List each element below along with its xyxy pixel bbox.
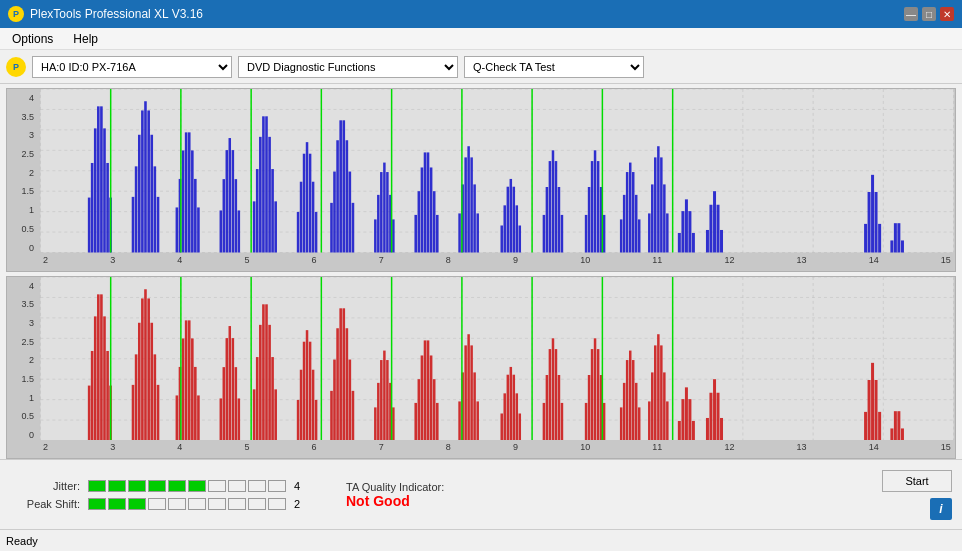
svg-rect-272: [543, 402, 545, 440]
peak-shift-label: Peak Shift:: [10, 498, 80, 510]
svg-rect-244: [377, 382, 379, 440]
svg-rect-230: [303, 341, 305, 440]
svg-rect-152: [894, 223, 897, 252]
svg-rect-128: [638, 219, 640, 252]
info-button[interactable]: i: [930, 498, 952, 520]
test-selector[interactable]: Q-Check TA Test: [464, 56, 644, 78]
toolbar: P HA:0 ID:0 PX-716A DVD Diagnostic Funct…: [0, 50, 962, 84]
svg-rect-89: [424, 152, 427, 252]
peak-bar-2: [108, 498, 126, 510]
svg-rect-233: [312, 369, 314, 440]
menu-help[interactable]: Help: [69, 31, 102, 47]
svg-rect-79: [374, 219, 376, 252]
y-label-0-top: 0: [9, 243, 37, 253]
svg-rect-318: [901, 428, 904, 440]
jitter-bar-8: [228, 480, 246, 492]
svg-rect-224: [265, 304, 268, 440]
x-label-6-top: 6: [312, 255, 317, 271]
x-label-2-top: 2: [43, 255, 48, 271]
svg-rect-137: [681, 211, 684, 252]
minimize-button[interactable]: —: [904, 7, 918, 21]
x-label-4-bot: 4: [177, 442, 182, 458]
svg-rect-191: [97, 294, 100, 440]
app-icon: P: [8, 6, 24, 22]
close-button[interactable]: ✕: [940, 7, 954, 21]
window-title: PlexTools Professional XL V3.16: [30, 7, 203, 21]
x-label-7-bot: 7: [379, 442, 384, 458]
svg-rect-283: [597, 349, 599, 440]
svg-rect-154: [901, 240, 904, 252]
svg-rect-243: [374, 407, 376, 440]
svg-rect-291: [635, 382, 637, 440]
svg-rect-190: [94, 316, 97, 440]
svg-rect-227: [274, 389, 277, 440]
svg-rect-151: [890, 240, 893, 252]
svg-rect-110: [549, 161, 551, 252]
svg-rect-107: [519, 225, 521, 252]
svg-rect-58: [259, 137, 262, 253]
svg-rect-213: [220, 398, 222, 440]
svg-rect-237: [336, 328, 339, 440]
svg-rect-278: [561, 402, 563, 440]
svg-rect-239: [342, 308, 345, 440]
x-label-5-top: 5: [244, 255, 249, 271]
maximize-button[interactable]: □: [922, 7, 936, 21]
svg-rect-119: [597, 161, 599, 252]
svg-rect-124: [626, 172, 628, 252]
svg-rect-246: [383, 350, 385, 440]
svg-rect-76: [346, 140, 349, 252]
bottom-chart: 4 3.5 3 2.5 2 1.5 1 0.5 0 2 3 4 5 6 7 8 …: [6, 276, 956, 460]
svg-rect-289: [629, 350, 631, 440]
svg-rect-215: [226, 338, 228, 440]
svg-rect-309: [720, 417, 723, 440]
jitter-bar-5: [168, 480, 186, 492]
status-text: Ready: [6, 535, 38, 547]
svg-rect-212: [197, 395, 200, 440]
top-chart-body: 2 3 4 5 6 7 8 9 10 11 12 13 14 15: [39, 89, 955, 271]
svg-rect-69: [312, 182, 314, 253]
jitter-bar-10: [268, 480, 286, 492]
title-bar: P PlexTools Professional XL V3.16 — □ ✕: [0, 0, 962, 28]
svg-rect-208: [185, 320, 188, 440]
y-label-05-top: 0.5: [9, 224, 37, 234]
svg-rect-308: [717, 392, 720, 440]
x-label-13-top: 13: [797, 255, 807, 271]
svg-rect-285: [603, 402, 605, 440]
svg-rect-73: [336, 140, 339, 252]
svg-rect-265: [500, 413, 502, 440]
svg-rect-297: [660, 345, 662, 440]
svg-rect-114: [561, 215, 563, 253]
svg-rect-40: [157, 197, 160, 253]
svg-rect-70: [315, 212, 317, 253]
svg-rect-138: [685, 199, 688, 252]
device-selector[interactable]: HA:0 ID:0 PX-716A: [32, 56, 232, 78]
peak-bar-8: [228, 498, 246, 510]
y-label-35-top: 3.5: [9, 112, 37, 122]
svg-rect-53: [232, 150, 234, 252]
x-label-7-top: 7: [379, 255, 384, 271]
svg-rect-149: [875, 192, 878, 253]
svg-rect-93: [436, 215, 439, 253]
function-selector[interactable]: DVD Diagnostic Functions: [238, 56, 458, 78]
svg-rect-263: [473, 372, 475, 440]
svg-rect-41: [176, 207, 179, 252]
svg-rect-135: [666, 213, 668, 252]
svg-rect-36: [144, 101, 147, 252]
menu-options[interactable]: Options: [8, 31, 57, 47]
svg-rect-46: [191, 150, 194, 252]
svg-rect-312: [871, 362, 874, 440]
svg-rect-80: [377, 195, 379, 253]
svg-rect-232: [309, 341, 311, 440]
svg-rect-109: [546, 187, 548, 252]
svg-rect-126: [632, 172, 634, 252]
jitter-bar-9: [248, 480, 266, 492]
svg-rect-299: [666, 401, 668, 440]
svg-rect-91: [430, 167, 433, 252]
start-button[interactable]: Start: [882, 470, 952, 492]
y-label-4-bot: 4: [9, 281, 37, 291]
svg-rect-153: [897, 223, 900, 252]
bottom-chart-svg: [39, 277, 955, 441]
ta-quality-value: Not Good: [346, 493, 410, 509]
svg-rect-194: [106, 350, 109, 440]
svg-rect-45: [188, 132, 191, 252]
